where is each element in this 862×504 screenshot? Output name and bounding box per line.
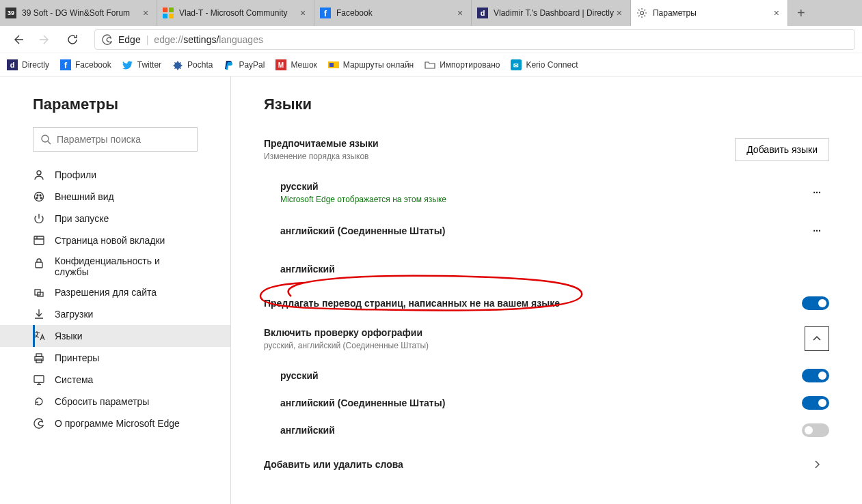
nav-profiles[interactable]: Профили — [0, 164, 230, 186]
collapse-button[interactable] — [805, 326, 829, 351]
paypal-icon — [224, 59, 234, 70]
nav-printers[interactable]: Принтеры — [0, 347, 230, 369]
dictionary-row[interactable]: Добавить или удалить слова — [264, 444, 829, 485]
settings-sidebar: Параметры Профили Внешний вид При запуск… — [0, 76, 231, 504]
more-options-button[interactable]: ··· — [805, 219, 829, 243]
spellcheck-toggle[interactable] — [802, 396, 829, 410]
bookmark-twitter[interactable]: Twitter — [122, 59, 161, 70]
browser-tab[interactable]: 39 39 Soft - DG Win&Soft Forum × — [0, 0, 157, 26]
bookmark-directly[interactable]: d Directly — [7, 59, 49, 70]
nav-about[interactable]: О программе Microsoft Edge — [0, 412, 230, 434]
bookmark-pochta[interactable]: Pochta — [172, 59, 213, 70]
address-bar[interactable]: Edge | edge://settings/languages — [94, 29, 855, 50]
chevron-up-icon — [812, 334, 822, 344]
close-icon[interactable]: × — [297, 8, 308, 18]
power-icon — [33, 212, 45, 225]
language-row: английский ··· — [264, 250, 829, 288]
spellcheck-language-name: русский — [280, 370, 802, 381]
search-icon — [40, 134, 51, 145]
svg-point-23 — [40, 195, 41, 196]
nav-startup[interactable]: При запуске — [0, 208, 230, 229]
language-note: Microsoft Edge отображается на этом язык… — [280, 195, 805, 204]
back-button[interactable] — [7, 29, 29, 51]
bookmark-facebook[interactable]: f Facebook — [60, 59, 111, 70]
close-icon[interactable]: × — [140, 8, 151, 18]
language-name: английский (Соединенные Штаты) — [280, 225, 805, 236]
edge-icon — [33, 417, 45, 430]
svg-point-22 — [37, 195, 38, 196]
tab-favicon — [163, 8, 174, 18]
svg-text:М: М — [278, 61, 284, 69]
system-icon — [33, 374, 45, 386]
tab-favicon: f — [320, 8, 331, 18]
svg-rect-26 — [34, 236, 44, 244]
more-options-button[interactable]: ··· — [805, 180, 829, 205]
bookmark-kerio[interactable]: ✉ Kerio Connect — [511, 59, 578, 70]
facebook-icon: f — [60, 59, 71, 70]
svg-text:✉: ✉ — [513, 62, 519, 69]
toolbar: Edge | edge://settings/languages — [0, 26, 862, 53]
newtab-icon — [33, 234, 45, 247]
browser-tab[interactable]: f Facebook × — [314, 0, 472, 26]
bookmark-meshok[interactable]: М Мешок — [275, 59, 316, 70]
nav-system[interactable]: Система — [0, 369, 230, 391]
svg-rect-1 — [169, 8, 174, 12]
download-icon — [33, 308, 45, 320]
nav-reset[interactable]: Сбросить параметры — [0, 391, 230, 412]
reset-icon — [33, 395, 45, 408]
bookmark-imported[interactable]: Импортировано — [425, 59, 500, 70]
add-language-button[interactable]: Добавить языки — [735, 138, 829, 161]
nav-downloads[interactable]: Загрузки — [0, 303, 230, 325]
tab-strip: 39 39 Soft - DG Win&Soft Forum × Vlad-T … — [0, 0, 862, 26]
bookmark-routes[interactable]: Маршруты онлайн — [328, 59, 414, 70]
address-url: edge://settings/languages — [154, 34, 263, 45]
close-icon[interactable]: × — [771, 8, 782, 18]
tab-favicon: d — [477, 8, 488, 18]
language-name: английский — [280, 264, 805, 275]
translate-setting-row: Предлагать перевод страниц, написанных н… — [264, 288, 829, 318]
edge-icon — [102, 34, 113, 45]
close-icon[interactable]: × — [614, 8, 625, 18]
meshok-icon: М — [275, 59, 286, 70]
svg-point-25 — [40, 197, 42, 199]
browser-tab-active[interactable]: Параметры × — [631, 0, 788, 26]
settings-search[interactable] — [33, 127, 198, 152]
directly-icon: d — [7, 59, 18, 70]
nav-appearance[interactable]: Внешний вид — [0, 186, 230, 208]
folder-icon — [425, 59, 435, 70]
translate-toggle[interactable] — [802, 296, 829, 310]
forward-button[interactable] — [34, 29, 56, 51]
search-input[interactable] — [57, 134, 190, 145]
browser-tab[interactable]: Vlad-T - Microsoft Community × — [157, 0, 314, 26]
svg-text:d: d — [10, 61, 15, 69]
svg-point-21 — [35, 193, 44, 201]
tab-title: Параметры — [653, 8, 771, 18]
spellcheck-language-row: английский — [264, 417, 829, 444]
tab-title: Facebook — [336, 8, 455, 18]
browser-tab[interactable]: d Vladimir T.'s Dashboard | Directly × — [472, 0, 631, 26]
bookmarks-bar: d Directly f Facebook Twitter Pochta Pay… — [0, 53, 862, 76]
nav-permissions[interactable]: Разрешения для сайта — [0, 281, 230, 303]
svg-rect-31 — [36, 354, 42, 356]
language-icon — [33, 330, 45, 342]
svg-text:d: d — [481, 9, 485, 17]
svg-point-24 — [36, 197, 38, 199]
nav-newtab[interactable]: Страница новой вкладки — [0, 229, 230, 251]
profile-icon — [33, 169, 45, 181]
spellcheck-setting-subtitle: русский, английский (Соединенные Штаты) — [264, 341, 805, 350]
content-area: Языки Предпочитаемые языки Изменение пор… — [231, 76, 862, 504]
pochta-icon — [172, 59, 183, 70]
refresh-button[interactable] — [62, 29, 83, 51]
language-row: английский (Соединенные Штаты) ··· — [264, 212, 829, 250]
nav-languages[interactable]: Языки — [0, 325, 230, 347]
spellcheck-toggle[interactable] — [802, 423, 829, 437]
spellcheck-language-name: английский (Соединенные Штаты) — [280, 397, 802, 408]
nav-privacy[interactable]: Конфиденциальность и службы — [0, 251, 230, 281]
bookmark-paypal[interactable]: PayPal — [224, 59, 265, 70]
spellcheck-toggle[interactable] — [802, 369, 829, 382]
sidebar-title: Параметры — [0, 96, 230, 127]
close-icon[interactable]: × — [455, 8, 466, 18]
permissions-icon — [33, 286, 45, 298]
dictionary-title: Добавить или удалить слова — [264, 459, 805, 470]
new-tab-button[interactable]: + — [788, 0, 814, 26]
